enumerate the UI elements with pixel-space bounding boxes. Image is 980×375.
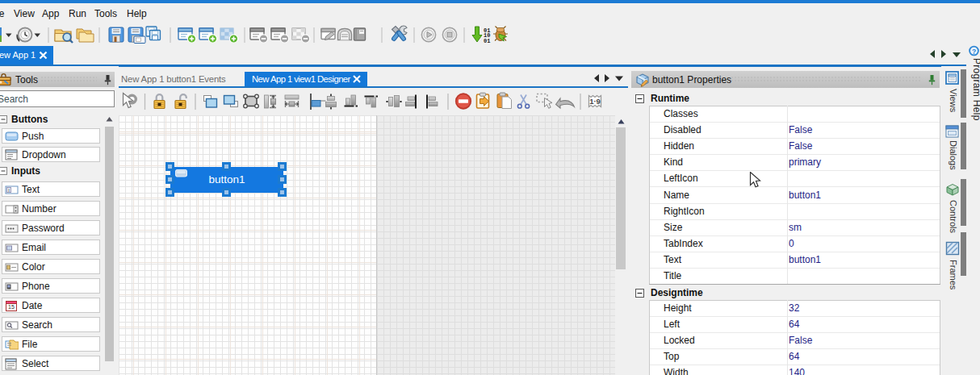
svg-text:?: ?: [972, 48, 976, 56]
svg-text:01: 01: [484, 38, 490, 44]
svg-text:15: 15: [8, 304, 15, 310]
svg-text:1·9: 1·9: [589, 97, 601, 106]
